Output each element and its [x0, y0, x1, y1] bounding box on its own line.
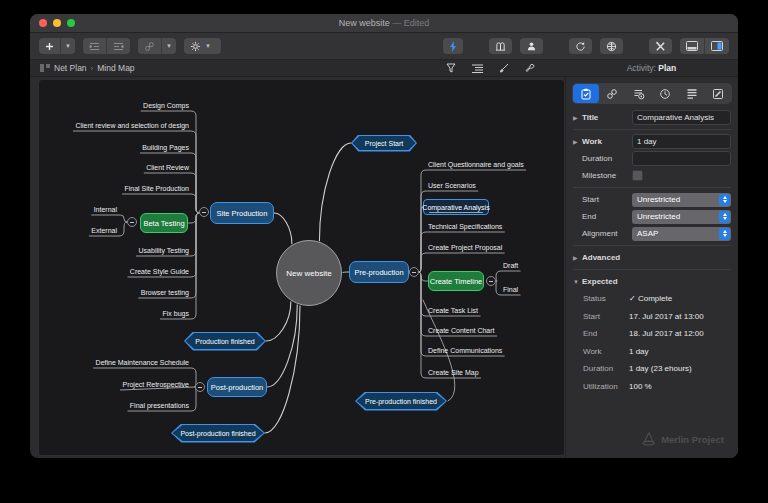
- start-label: Start: [582, 195, 632, 204]
- leaf-client-review-and-selection-of-design[interactable]: Client review and selection of design: [75, 121, 189, 131]
- breadcrumb[interactable]: Net Plan › Mind Map: [30, 63, 135, 73]
- milestone-label: Milestone: [582, 171, 632, 180]
- node-beta-testing[interactable]: Beta Testing: [140, 213, 188, 233]
- chevron-right-icon: ›: [91, 64, 94, 73]
- node-pre-production-finished[interactable]: Pre-production finished: [355, 392, 447, 411]
- mindmap-canvas[interactable]: New websiteProject StartSite ProductionB…: [38, 79, 565, 456]
- tab-time[interactable]: [653, 84, 679, 103]
- leaf-final-site-production[interactable]: Final Site Production: [124, 184, 189, 194]
- tab-attributes[interactable]: [679, 84, 705, 103]
- leaf-user-scenarios[interactable]: User Scenarios: [428, 181, 476, 191]
- leaf-final-presentations[interactable]: Final presentations: [130, 401, 189, 411]
- close-button[interactable]: [39, 19, 47, 27]
- wrench-icon[interactable]: [525, 63, 535, 73]
- globe-icon[interactable]: [600, 38, 623, 54]
- leaf-internal[interactable]: Internal: [94, 205, 117, 215]
- leaf-external[interactable]: External: [91, 226, 117, 236]
- leaf-fix-bugs[interactable]: Fix bugs: [163, 309, 189, 319]
- node-post-production-finished[interactable]: Post-production finished: [171, 424, 265, 443]
- sync-icon[interactable]: [569, 38, 592, 54]
- leaf-building-pages[interactable]: Building Pages: [142, 143, 189, 153]
- collapse-toggle-site-production[interactable]: [199, 207, 209, 217]
- collapse-toggle-pre-production[interactable]: [409, 267, 419, 277]
- work-label: Work: [582, 137, 632, 146]
- canvas-area: New websiteProject StartSite ProductionB…: [30, 77, 565, 458]
- start-select[interactable]: Unrestricted: [632, 193, 731, 207]
- indent-button[interactable]: [83, 38, 106, 54]
- activity-header: Activity: Plan: [565, 63, 738, 73]
- leaf-create-content-chart[interactable]: Create Content Chart: [428, 326, 495, 336]
- add-button[interactable]: [39, 38, 60, 54]
- milestone-checkbox[interactable]: [632, 170, 643, 181]
- inspector-tabs: [572, 83, 732, 104]
- merlin-hat-icon: [641, 432, 656, 446]
- tab-links[interactable]: [600, 84, 626, 103]
- brush-icon[interactable]: [499, 63, 509, 73]
- leaf-technical-specifications[interactable]: Technical Specifications: [428, 222, 502, 232]
- expected-work-label: Work: [583, 347, 629, 356]
- collapse-toggle-beta-testing[interactable]: [127, 217, 137, 227]
- leaf-draft[interactable]: Draft: [503, 261, 518, 271]
- resource-icon[interactable]: [520, 38, 543, 54]
- filter-icon[interactable]: [446, 63, 456, 73]
- center-node-new-website[interactable]: New website: [276, 240, 342, 306]
- expected-section-label: Expected: [582, 277, 618, 286]
- node-comparative-analysis[interactable]: Comparative Analysis: [423, 199, 489, 215]
- settings-button[interactable]: ▼: [184, 38, 221, 54]
- leaf-create-site-map[interactable]: Create Site Map: [428, 368, 479, 378]
- leaf-client-questionnaire-and-goals[interactable]: Client Questionnaire and goals: [428, 160, 524, 170]
- tab-notes[interactable]: [706, 84, 732, 103]
- node-project-start[interactable]: Project Start: [351, 135, 417, 152]
- leaf-usability-testing[interactable]: Usability Testing: [139, 246, 189, 256]
- alignment-label: Alignment: [582, 229, 632, 238]
- tab-info[interactable]: [573, 84, 599, 103]
- title-input[interactable]: [632, 110, 731, 125]
- add-menu-button[interactable]: ▼: [61, 38, 75, 54]
- layout-right-icon[interactable]: [705, 38, 729, 54]
- leaf-create-task-list[interactable]: Create Task List: [428, 306, 478, 316]
- disclosure-icon[interactable]: ▶: [573, 138, 582, 145]
- leaf-final[interactable]: Final: [503, 285, 518, 295]
- disclosure-icon[interactable]: ▶: [573, 114, 582, 121]
- end-select[interactable]: Unrestricted: [632, 210, 731, 224]
- minimize-button[interactable]: [53, 19, 61, 27]
- disclosure-icon[interactable]: ▶: [573, 254, 582, 261]
- node-pre-production[interactable]: Pre-production: [349, 261, 409, 283]
- zoom-button[interactable]: [67, 19, 75, 27]
- leaf-design-comps[interactable]: Design Comps: [143, 101, 189, 111]
- leaf-browser-testing[interactable]: Browser testing: [141, 288, 189, 298]
- layout-bottom-icon[interactable]: [680, 38, 704, 54]
- node-create-timeline[interactable]: Create Timeline: [428, 271, 484, 291]
- align-icon[interactable]: [472, 64, 483, 73]
- leaf-create-project-proposal[interactable]: Create Project Proposal: [428, 243, 502, 253]
- expected-end-value: 18. Jul 2017 at 12:00: [629, 329, 704, 338]
- tools-icon[interactable]: [649, 38, 672, 54]
- link-menu-button[interactable]: ▼: [162, 38, 176, 54]
- collapse-toggle-post-production[interactable]: [195, 382, 205, 392]
- leaf-project-retrospective[interactable]: Project Retrospective: [122, 380, 189, 390]
- expected-start-value: 17. Jul 2017 at 13:00: [629, 312, 704, 321]
- node-production-finished[interactable]: Production finished: [184, 332, 266, 351]
- breadcrumb-item: Net Plan: [54, 63, 87, 73]
- stepper-icon: [719, 194, 730, 206]
- leaf-define-maintenance-schedule[interactable]: Define Maintenance Schedule: [96, 358, 189, 368]
- work-input[interactable]: [632, 134, 731, 149]
- utilization-value: 100 %: [629, 382, 652, 391]
- expected-end-label: End: [583, 329, 629, 338]
- status-value: ✓ Complete: [629, 294, 672, 303]
- collapse-toggle-create-timeline[interactable]: [486, 276, 496, 286]
- utilization-label: Utilization: [583, 382, 629, 391]
- disclosure-icon[interactable]: ▼: [573, 279, 582, 285]
- leaf-define-communications[interactable]: Define Communications: [428, 346, 502, 356]
- link-button[interactable]: [138, 38, 161, 54]
- duration-input[interactable]: [632, 151, 731, 166]
- tab-cost[interactable]: [626, 84, 652, 103]
- leaf-client-review[interactable]: Client Review: [146, 163, 189, 173]
- node-site-production[interactable]: Site Production: [210, 202, 274, 224]
- alignment-select[interactable]: ASAP: [632, 227, 731, 241]
- library-icon[interactable]: [489, 38, 512, 54]
- leaf-create-style-guide[interactable]: Create Style Guide: [130, 267, 189, 277]
- lightning-icon[interactable]: [443, 38, 463, 54]
- outdent-button[interactable]: [107, 38, 130, 54]
- node-post-production[interactable]: Post-production: [207, 377, 267, 397]
